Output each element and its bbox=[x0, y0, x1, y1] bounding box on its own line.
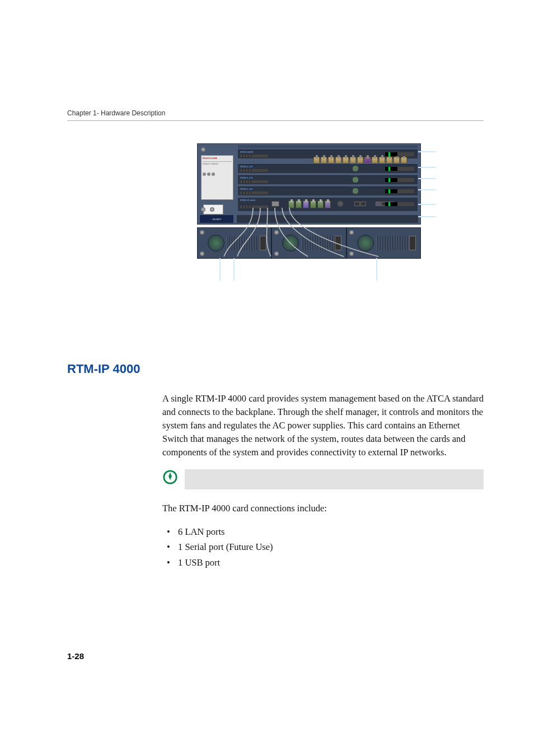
note-callout bbox=[67, 469, 484, 489]
hardware-rear-figure: POLYCOM RMX4000 / RMX4000 RTM ISDN bbox=[134, 143, 484, 295]
page-number: 1-28 bbox=[67, 651, 84, 661]
note-icon bbox=[162, 469, 178, 485]
connections-list: 6 LAN ports 1 Serial port (Future Use) 1… bbox=[162, 525, 484, 570]
list-item: 1 Serial port (Future Use) bbox=[162, 540, 484, 554]
connections-intro: The RTM-IP 4000 card connections include… bbox=[162, 502, 484, 515]
list-item: 1 USB port bbox=[162, 556, 484, 570]
list-item: 6 LAN ports bbox=[162, 525, 484, 539]
section-paragraph: A single RTM-IP 4000 card provides syste… bbox=[162, 392, 484, 459]
chapter-header: Chapter 1- Hardware Description bbox=[67, 109, 484, 121]
section-heading-rtm-ip-4000: RTM-IP 4000 bbox=[67, 362, 484, 376]
svg-point-1 bbox=[169, 475, 171, 477]
